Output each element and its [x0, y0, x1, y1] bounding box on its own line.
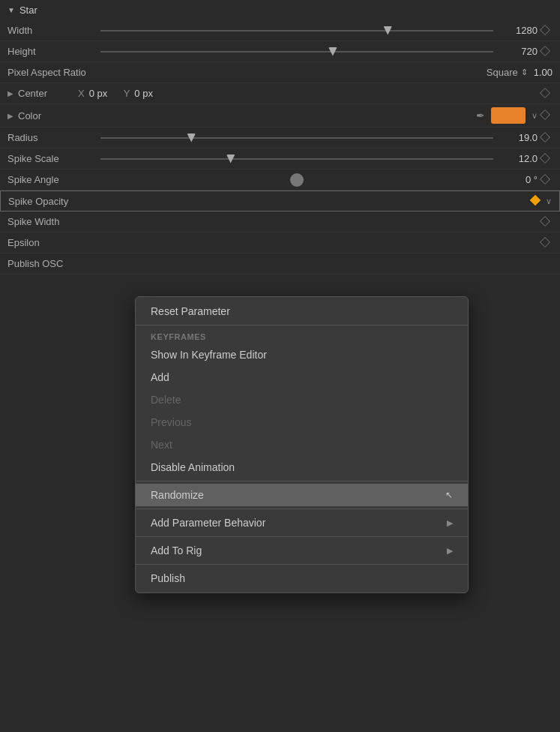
epsilon-row: Epsilon: [0, 232, 560, 254]
spike-opacity-chevron[interactable]: ∨: [546, 196, 552, 206]
par-updown-icon[interactable]: ⇕: [521, 68, 528, 77]
menu-separator-1: [136, 325, 468, 326]
eyedropper-icon[interactable]: ✒: [476, 110, 485, 122]
menu-item-disable-animation[interactable]: Disable Animation: [136, 456, 468, 478]
width-row: Width 1280: [0, 20, 560, 41]
spike-width-keyframe[interactable]: [538, 218, 553, 226]
menu-item-randomize[interactable]: Randomize ↖: [136, 484, 468, 506]
menu-item-publish[interactable]: Publish: [136, 567, 468, 590]
center-expand[interactable]: ▶: [7, 89, 13, 98]
menu-separator-2: [136, 481, 468, 482]
menu-item-show-keyframe-editor[interactable]: Show In Keyframe Editor: [136, 344, 468, 366]
menu-item-add-to-rig[interactable]: Add To Rig ▶: [136, 539, 468, 562]
color-label: Color: [18, 110, 108, 122]
menu-item-previous[interactable]: Previous: [136, 411, 468, 434]
color-expand[interactable]: ▶: [7, 112, 13, 120]
menu-item-add-parameter-behavior[interactable]: Add Parameter Behavior ▶: [136, 512, 468, 534]
add-to-rig-arrow: ▶: [447, 546, 453, 556]
width-keyframe[interactable]: [538, 26, 553, 35]
x-label: X: [78, 88, 85, 99]
spike-opacity-keyframe[interactable]: [528, 196, 543, 206]
y-label: Y: [124, 88, 130, 99]
par-select-label[interactable]: Square: [487, 67, 518, 78]
cursor-icon: ↖: [445, 490, 453, 500]
radius-label: Radius: [7, 132, 97, 143]
height-slider[interactable]: [97, 51, 496, 52]
spike-opacity-row: Spike Opacity ∨: [0, 190, 560, 212]
x-value[interactable]: 0 px: [89, 88, 119, 99]
menu-item-reset-parameter[interactable]: Reset Parameter: [136, 300, 468, 322]
radius-slider[interactable]: [97, 137, 496, 139]
spike-scale-keyframe[interactable]: [538, 154, 553, 164]
section-header[interactable]: ▼ Star: [0, 0, 560, 20]
height-row: Height 720: [0, 41, 560, 62]
radius-value[interactable]: 19.0: [496, 132, 538, 143]
y-value[interactable]: 0 px: [134, 88, 164, 99]
menu-keyframes-label: KEYFRAMES: [136, 328, 468, 344]
spike-opacity-label: Spike Opacity: [8, 196, 98, 207]
spike-scale-slider[interactable]: [97, 158, 496, 160]
radius-row: Radius 19.0: [0, 128, 560, 148]
center-keyframe[interactable]: [538, 89, 553, 98]
epsilon-label: Epsilon: [7, 237, 97, 248]
spike-scale-label: Spike Scale: [7, 153, 97, 164]
pixel-aspect-ratio-row: Pixel Aspect Ratio Square ⇕ 1.00: [0, 62, 560, 83]
color-row: ▶ Color ✒ ∨: [0, 104, 560, 128]
width-label: Width: [7, 25, 97, 36]
collapse-triangle: ▼: [7, 6, 15, 14]
context-menu: Reset Parameter KEYFRAMES Show In Keyfra…: [135, 296, 469, 593]
menu-item-delete[interactable]: Delete: [136, 388, 468, 411]
par-value: 1.00: [534, 67, 553, 78]
properties-panel: ▼ Star Width 1280 Height 720 Pixel Aspec…: [0, 0, 560, 274]
menu-item-add[interactable]: Add: [136, 366, 468, 388]
spike-angle-keyframe[interactable]: [538, 176, 553, 184]
radius-keyframe[interactable]: [538, 134, 553, 142]
spike-width-row: Spike Width: [0, 212, 560, 232]
width-slider[interactable]: [97, 30, 496, 32]
spike-width-label: Spike Width: [7, 216, 97, 227]
height-label: Height: [7, 46, 97, 57]
height-keyframe[interactable]: [538, 47, 553, 56]
section-title: Star: [19, 4, 37, 16]
publish-osc-label: Publish OSC: [7, 258, 97, 269]
spike-scale-value[interactable]: 12.0: [496, 153, 538, 164]
menu-separator-3: [136, 508, 468, 509]
color-swatch[interactable]: [491, 107, 526, 124]
add-parameter-behavior-arrow: ▶: [447, 518, 453, 528]
spike-scale-row: Spike Scale 12.0: [0, 148, 560, 170]
spike-angle-label: Spike Angle: [7, 174, 97, 185]
spike-angle-value[interactable]: 0 °: [496, 174, 538, 185]
menu-separator-5: [136, 564, 468, 565]
center-row: ▶ Center X 0 px Y 0 px: [0, 83, 560, 104]
epsilon-keyframe[interactable]: [538, 238, 553, 248]
spike-angle-row: Spike Angle 0 °: [0, 170, 560, 190]
menu-separator-4: [136, 536, 468, 537]
color-keyframe[interactable]: [538, 111, 553, 120]
height-value[interactable]: 720: [496, 46, 538, 57]
publish-osc-row: Publish OSC: [0, 254, 560, 274]
pixel-aspect-ratio-label: Pixel Aspect Ratio: [7, 67, 127, 78]
menu-item-next[interactable]: Next: [136, 434, 468, 456]
color-chevron-icon[interactable]: ∨: [532, 111, 538, 121]
center-label: Center: [18, 88, 78, 99]
center-coords: X 0 px Y 0 px: [78, 88, 538, 99]
width-value[interactable]: 1280: [496, 25, 538, 36]
